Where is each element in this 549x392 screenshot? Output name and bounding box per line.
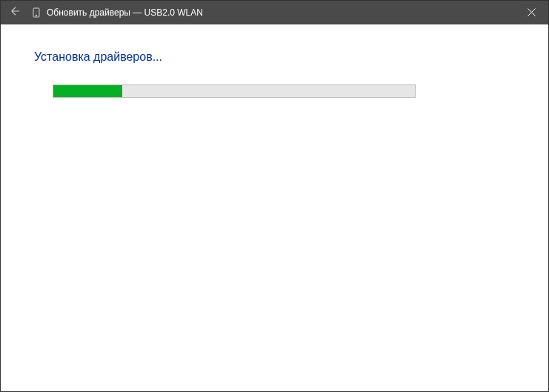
window-title: Обновить драйверы — USB2.0 WLAN [47, 7, 203, 18]
device-icon [30, 7, 42, 19]
back-arrow-icon [9, 4, 22, 21]
content-area: Установка драйверов... [1, 24, 548, 391]
progress-fill [53, 85, 122, 97]
back-button[interactable] [1, 1, 30, 24]
progress-bar [53, 84, 416, 98]
status-text: Установка драйверов... [34, 50, 519, 64]
driver-update-window: Обновить драйверы — USB2.0 WLAN Установк… [0, 0, 549, 392]
close-icon [528, 6, 536, 19]
svg-point-1 [36, 15, 37, 16]
close-button[interactable] [515, 1, 548, 24]
titlebar: Обновить драйверы — USB2.0 WLAN [1, 1, 548, 24]
